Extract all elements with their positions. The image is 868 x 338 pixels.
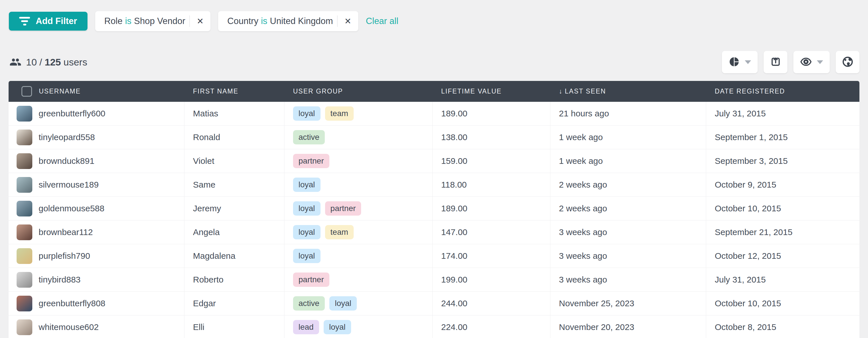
cell-last-seen: 3 weeks ago [550, 220, 706, 244]
table-row[interactable]: greenbutterfly808Edgaractiveloyal244.00N… [8, 292, 860, 315]
first-name-text: Edgar [193, 299, 216, 308]
first-name-text: Jeremy [193, 204, 221, 213]
column-header-last-seen[interactable]: ↓ LAST SEEN [550, 81, 706, 102]
count-separator: / [39, 57, 42, 68]
cell-username: purplefish790 [8, 244, 184, 268]
cell-date-registered: September 3, 2015 [706, 149, 860, 173]
cell-last-seen: 2 weeks ago [550, 173, 706, 196]
table-row[interactable]: silvermouse189Sameloyal118.002 weeks ago… [8, 173, 860, 197]
cell-date-registered: October 9, 2015 [706, 173, 860, 196]
date-registered-text: July 31, 2015 [715, 109, 766, 118]
last-seen-text: November 25, 2023 [559, 299, 634, 308]
cell-date-registered: October 10, 2015 [706, 292, 860, 315]
cell-user-group: active [284, 126, 433, 149]
cell-username: silvermouse189 [8, 173, 184, 196]
cell-username: tinybird883 [8, 268, 184, 291]
date-registered-text: October 12, 2015 [715, 251, 781, 261]
cell-lifetime-value: 147.00 [433, 220, 550, 244]
cell-last-seen: November 25, 2023 [550, 292, 706, 315]
cell-user-group: loyalteam [284, 220, 433, 244]
cell-user-group: partner [284, 268, 433, 291]
clear-all-link[interactable]: Clear all [366, 16, 399, 26]
last-seen-text: November 20, 2023 [559, 322, 634, 332]
table-row[interactable]: brownbear112Angelaloyalteam147.003 weeks… [8, 220, 860, 244]
cell-date-registered: July 31, 2015 [706, 268, 860, 291]
column-label: DATE REGISTERED [715, 88, 785, 95]
export-button[interactable] [764, 51, 787, 73]
cell-first-name: Elli [184, 315, 284, 338]
column-header-lifetime-value[interactable]: LIFETIME VALUE [433, 81, 550, 102]
user-group-badge: team [325, 225, 354, 239]
username-text: silvermouse189 [39, 180, 99, 190]
table-row[interactable]: purplefish790Magdalenaloyal174.003 weeks… [8, 244, 860, 268]
cell-last-seen: 3 weeks ago [550, 244, 706, 268]
date-registered-text: September 3, 2015 [715, 156, 788, 166]
cell-user-group: leadloyal [284, 315, 433, 338]
username-text: goldenmouse588 [39, 204, 104, 213]
last-seen-text: 2 weeks ago [559, 204, 607, 213]
cell-username: goldenmouse588 [8, 197, 184, 220]
cell-lifetime-value: 224.00 [433, 315, 550, 338]
cell-user-group: loyal [284, 173, 433, 196]
column-label: USER GROUP [293, 88, 343, 95]
remove-filter-icon[interactable]: ✕ [338, 11, 358, 31]
lifetime-value-text: 118.00 [441, 180, 467, 190]
cell-last-seen: 2 weeks ago [550, 197, 706, 220]
remove-filter-icon[interactable]: ✕ [190, 11, 210, 31]
select-all-checkbox[interactable] [22, 86, 32, 97]
table-row[interactable]: goldenmouse588Jeremyloyalpartner189.002 … [8, 197, 860, 220]
cell-first-name: Angela [184, 220, 284, 244]
cell-user-group: partner [284, 149, 433, 173]
cell-date-registered: October 10, 2015 [706, 197, 860, 220]
filter-chip-field: Country [227, 16, 258, 26]
filter-chip-field: Role [104, 16, 123, 26]
user-group-badge: loyal [293, 201, 320, 216]
cell-username: tinyleopard558 [8, 126, 184, 149]
pie-chart-button[interactable] [722, 51, 757, 73]
cell-date-registered: September 1, 2015 [706, 126, 860, 149]
column-header-date-registered[interactable]: DATE REGISTERED [706, 81, 860, 102]
cell-date-registered: October 12, 2015 [706, 244, 860, 268]
user-group-badge: loyal [293, 178, 320, 192]
column-header-username[interactable]: USERNAME [8, 81, 184, 102]
cell-last-seen: 21 hours ago [550, 102, 706, 125]
table-row[interactable]: whitemouse602Ellileadloyal224.00November… [8, 315, 860, 338]
cell-first-name: Matias [184, 102, 284, 125]
user-group-badge: partner [325, 201, 361, 216]
avatar [17, 153, 32, 169]
date-registered-text: July 31, 2015 [715, 275, 766, 284]
visibility-button[interactable] [794, 51, 830, 73]
table-row[interactable]: tinybird883Robertopartner199.003 weeks a… [8, 268, 860, 292]
cell-last-seen: 1 week ago [550, 149, 706, 173]
globe-button[interactable] [836, 51, 860, 73]
column-header-user-group[interactable]: USER GROUP [284, 81, 433, 102]
first-name-text: Same [193, 180, 215, 190]
table-row[interactable]: brownduck891Violetpartner159.001 week ag… [8, 149, 860, 173]
table-row[interactable]: tinyleopard558Ronaldactive138.001 week a… [8, 126, 860, 149]
username-text: brownbear112 [39, 227, 93, 237]
filter-chip[interactable]: CountryisUnited Kingdom✕ [218, 11, 358, 31]
cell-last-seen: 3 weeks ago [550, 268, 706, 291]
filter-chip-value: United Kingdom [270, 16, 333, 26]
first-name-text: Ronald [193, 132, 220, 142]
cell-lifetime-value: 159.00 [433, 149, 550, 173]
filter-chip[interactable]: RoleisShop Vendor✕ [95, 11, 210, 31]
user-group-badge: partner [293, 273, 329, 287]
users-total-count: 125 [44, 57, 61, 68]
avatar [17, 201, 32, 216]
username-text: greenbutterfly600 [39, 109, 105, 118]
add-filter-button[interactable]: Add Filter [9, 12, 88, 31]
first-name-text: Roberto [193, 275, 224, 284]
user-group-badge: active [293, 130, 325, 145]
avatar [17, 296, 32, 311]
last-seen-text: 3 weeks ago [559, 275, 607, 284]
filter-chip-operator: is [261, 16, 267, 26]
table-row[interactable]: greenbutterfly600Matiasloyalteam189.0021… [8, 102, 860, 126]
chevron-down-icon [745, 60, 751, 64]
cell-first-name: Edgar [184, 292, 284, 315]
column-header-first-name[interactable]: FIRST NAME [184, 81, 284, 102]
lifetime-value-text: 147.00 [441, 227, 467, 237]
user-group-badge: loyal [293, 225, 320, 239]
cell-username: greenbutterfly600 [8, 102, 184, 125]
chevron-down-icon [817, 60, 823, 64]
